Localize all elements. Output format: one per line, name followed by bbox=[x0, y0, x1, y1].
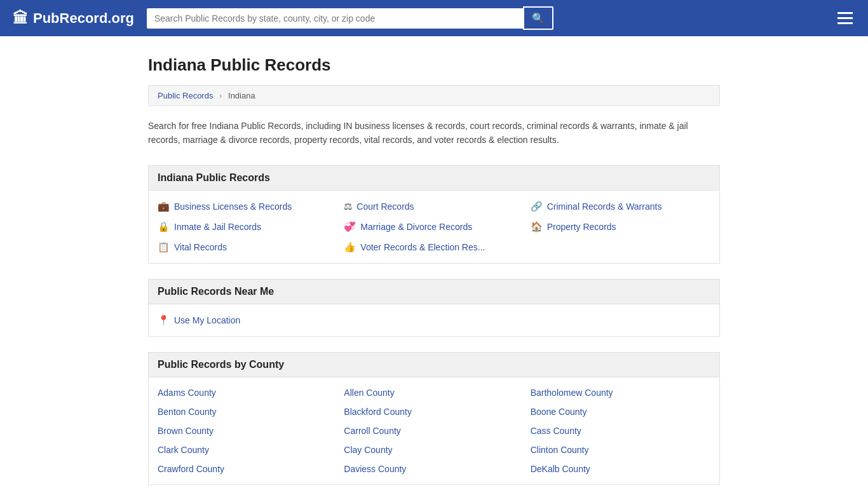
near-me-body: 📍 Use My Location bbox=[149, 304, 719, 336]
record-icon: 🏠 bbox=[531, 221, 543, 233]
record-icon: 💞 bbox=[344, 221, 356, 233]
use-my-location-button[interactable]: 📍 Use My Location bbox=[158, 315, 240, 326]
county-item[interactable]: Benton County bbox=[158, 407, 337, 417]
county-item[interactable]: Crawford County bbox=[158, 464, 337, 474]
county-section-header: Public Records by County bbox=[148, 352, 720, 377]
record-label: Property Records bbox=[547, 222, 616, 232]
search-button[interactable]: 🔍 bbox=[523, 6, 553, 30]
record-label: Criminal Records & Warrants bbox=[547, 201, 662, 212]
record-item[interactable]: 💼Business Licenses & Records bbox=[158, 201, 337, 212]
breadcrumb: Public Records › Indiana bbox=[148, 85, 720, 106]
logo[interactable]: 🏛 PubRecord.org bbox=[13, 10, 134, 27]
breadcrumb-current: Indiana bbox=[228, 91, 255, 100]
search-input[interactable] bbox=[147, 8, 523, 29]
county-item[interactable]: Adams County bbox=[158, 388, 337, 398]
search-area: 🔍 bbox=[147, 6, 553, 30]
records-grid: 💼Business Licenses & Records⚖Court Recor… bbox=[149, 191, 719, 263]
record-label: Business Licenses & Records bbox=[174, 201, 292, 212]
record-label: Court Records bbox=[356, 201, 414, 212]
record-icon: 💼 bbox=[158, 201, 170, 212]
county-grid: Adams CountyAllen CountyBartholomew Coun… bbox=[149, 377, 719, 484]
page-title: Indiana Public Records bbox=[148, 55, 720, 75]
county-item[interactable]: DeKalb County bbox=[531, 464, 710, 474]
county-item[interactable]: Boone County bbox=[531, 407, 710, 417]
county-item[interactable]: Carroll County bbox=[344, 426, 524, 436]
hamburger-menu-button[interactable] bbox=[835, 10, 855, 27]
hamburger-line-3 bbox=[837, 22, 853, 24]
record-item[interactable]: 🔗Criminal Records & Warrants bbox=[531, 201, 710, 212]
record-item[interactable]: 📋Vital Records bbox=[158, 241, 337, 253]
county-item[interactable]: Clinton County bbox=[531, 445, 710, 455]
county-item[interactable]: Blackford County bbox=[344, 407, 524, 417]
hamburger-line-2 bbox=[837, 17, 853, 19]
logo-text: PubRecord.org bbox=[33, 10, 134, 27]
records-section-header: Indiana Public Records bbox=[148, 165, 720, 191]
record-icon: 👍 bbox=[344, 241, 356, 253]
logo-icon: 🏛 bbox=[13, 10, 28, 27]
county-item[interactable]: Brown County bbox=[158, 426, 337, 436]
use-my-location-label: Use My Location bbox=[174, 315, 240, 325]
county-item[interactable]: Daviess County bbox=[344, 464, 524, 474]
county-item[interactable]: Allen County bbox=[344, 388, 524, 398]
record-label: Inmate & Jail Records bbox=[174, 222, 261, 232]
hamburger-line-1 bbox=[837, 12, 853, 14]
near-me-section: 📍 Use My Location bbox=[148, 304, 720, 337]
near-me-section-header: Public Records Near Me bbox=[148, 279, 720, 304]
county-item[interactable]: Bartholomew County bbox=[531, 388, 710, 398]
breadcrumb-root[interactable]: Public Records bbox=[158, 91, 213, 100]
record-item[interactable]: ⚖Court Records bbox=[344, 201, 524, 212]
record-label: Marriage & Divorce Records bbox=[360, 222, 472, 232]
header: 🏛 PubRecord.org 🔍 bbox=[0, 0, 868, 36]
records-section: 💼Business Licenses & Records⚖Court Recor… bbox=[148, 191, 720, 264]
record-icon: 🔒 bbox=[158, 221, 170, 233]
record-icon: 📋 bbox=[158, 241, 170, 253]
county-item[interactable]: Cass County bbox=[531, 426, 710, 436]
main-content: Indiana Public Records Public Records › … bbox=[135, 36, 733, 488]
location-icon: 📍 bbox=[158, 315, 170, 326]
breadcrumb-separator: › bbox=[219, 91, 222, 100]
county-item[interactable]: Clay County bbox=[344, 445, 524, 455]
search-icon: 🔍 bbox=[532, 13, 545, 24]
record-item[interactable]: 👍Voter Records & Election Res... bbox=[344, 241, 524, 253]
record-item[interactable]: 🏠Property Records bbox=[531, 221, 710, 233]
record-icon: 🔗 bbox=[531, 201, 543, 212]
county-section: Adams CountyAllen CountyBartholomew Coun… bbox=[148, 377, 720, 485]
record-icon: ⚖ bbox=[344, 201, 352, 212]
county-item[interactable]: Clark County bbox=[158, 445, 337, 455]
record-label: Voter Records & Election Res... bbox=[360, 242, 485, 252]
record-label: Vital Records bbox=[174, 242, 227, 252]
record-item[interactable]: 🔒Inmate & Jail Records bbox=[158, 221, 337, 233]
page-description: Search for free Indiana Public Records, … bbox=[148, 119, 720, 147]
record-item[interactable]: 💞Marriage & Divorce Records bbox=[344, 221, 524, 233]
